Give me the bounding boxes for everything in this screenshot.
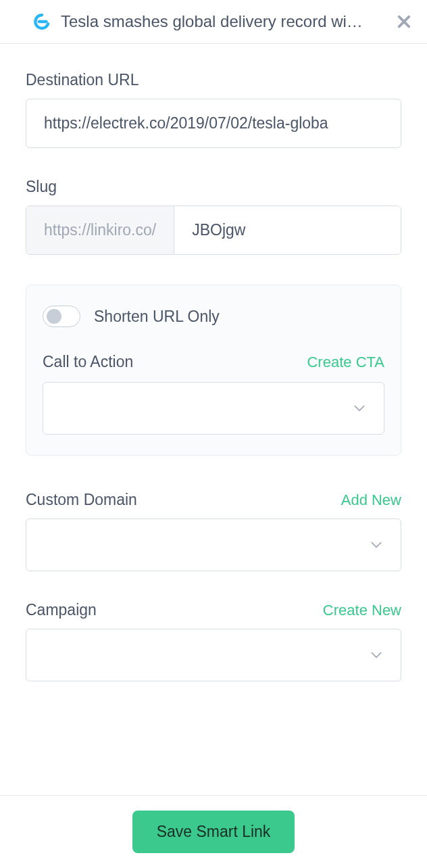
site-favicon-icon	[32, 12, 51, 31]
slug-prefix: https://linkiro.co/	[26, 206, 174, 254]
chevron-down-icon	[353, 402, 366, 415]
page-title: Tesla smashes global delivery record wi…	[61, 12, 386, 31]
cta-label: Call to Action	[43, 353, 133, 371]
custom-domain-label: Custom Domain	[26, 491, 137, 509]
domain-label-row: Custom Domain Add New	[26, 491, 401, 509]
campaign-select[interactable]	[26, 629, 401, 681]
chevron-down-icon	[370, 648, 383, 662]
shorten-url-toggle[interactable]	[43, 306, 80, 327]
slug-input[interactable]	[174, 206, 401, 254]
destination-url-field: Destination URL	[26, 71, 401, 148]
campaign-field: Campaign Create New	[26, 601, 401, 681]
add-new-domain-link[interactable]: Add New	[341, 491, 401, 509]
footer: Save Smart Link	[0, 795, 427, 868]
destination-url-label: Destination URL	[26, 71, 401, 89]
slug-group: https://linkiro.co/	[26, 206, 401, 255]
create-new-campaign-link[interactable]: Create New	[323, 602, 401, 619]
toggle-knob	[47, 309, 61, 324]
close-icon[interactable]	[396, 14, 412, 30]
header: Tesla smashes global delivery record wi…	[0, 0, 427, 44]
shorten-url-label: Shorten URL Only	[94, 308, 220, 326]
form-content: Destination URL Slug https://linkiro.co/…	[0, 44, 427, 681]
slug-field: Slug https://linkiro.co/	[26, 178, 401, 255]
custom-domain-select[interactable]	[26, 519, 401, 571]
cta-select[interactable]	[43, 382, 384, 435]
cta-card: Shorten URL Only Call to Action Create C…	[26, 285, 401, 456]
campaign-label: Campaign	[26, 601, 97, 619]
campaign-label-row: Campaign Create New	[26, 601, 401, 619]
destination-url-input[interactable]	[26, 99, 401, 148]
custom-domain-field: Custom Domain Add New	[26, 491, 401, 571]
save-smart-link-button[interactable]: Save Smart Link	[132, 811, 295, 853]
create-cta-link[interactable]: Create CTA	[307, 354, 384, 371]
cta-label-row: Call to Action Create CTA	[43, 353, 384, 371]
chevron-down-icon	[370, 538, 383, 552]
slug-label: Slug	[26, 178, 401, 196]
shorten-toggle-row: Shorten URL Only	[43, 306, 384, 327]
